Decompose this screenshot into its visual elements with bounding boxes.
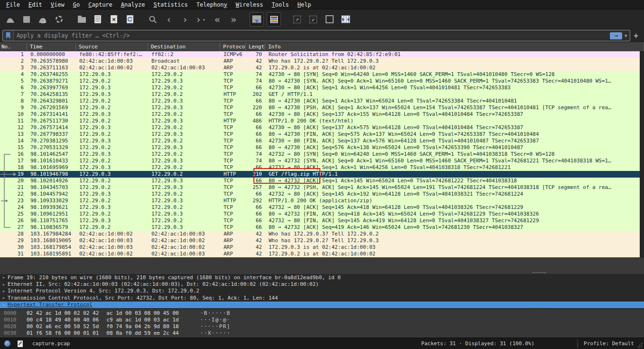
menu-edit[interactable]: Edit <box>24 1 47 8</box>
detail-row[interactable]: ▸Internet Protocol Version 4, Src: 172.2… <box>0 288 644 294</box>
packet-row[interactable]: 10.000000000fe80::42:85ff:fef2:…ff02::2I… <box>0 51 640 58</box>
col-info: 42732 → 80 [ACK] Seq=145 Ack=192 Win=641… <box>265 191 640 198</box>
packet-row[interactable]: 2298.104457942172.29.0.3172.29.0.2TCP664… <box>0 191 640 198</box>
resize-columns-icon[interactable] <box>339 13 352 26</box>
column-header-info[interactable]: Info <box>265 42 644 51</box>
go-back-icon[interactable]: ‹ <box>162 13 176 26</box>
capture-options-icon[interactable] <box>52 13 65 26</box>
start-capture-icon[interactable] <box>4 13 17 26</box>
hex-bytes-group2: f0 74 9a 04 2b 9d 80 18 <box>106 323 178 330</box>
col-length: 66 <box>246 131 265 138</box>
packet-row[interactable]: 570.263879271172.29.0.2172.29.0.3TCP7480… <box>0 78 640 85</box>
menu-tools[interactable]: Tools <box>268 1 293 8</box>
column-header-destination[interactable]: Destination <box>148 42 220 51</box>
menu-view[interactable]: View <box>47 1 69 8</box>
packet-row[interactable]: 2598.109612951172.29.0.2172.29.0.3TCP668… <box>0 211 640 217</box>
filter-dropdown-icon[interactable]: ▼ <box>625 34 627 38</box>
splitter-grip-icon[interactable] <box>532 307 546 308</box>
display-filter-input[interactable] <box>14 32 610 39</box>
packet-row[interactable]: 1170.267511730172.29.0.2172.29.0.3HTTP48… <box>0 118 640 124</box>
column-header-time[interactable]: Time <box>27 42 76 51</box>
expert-info-icon[interactable] <box>4 340 10 347</box>
expand-triangle-icon[interactable]: ▸ <box>0 275 8 280</box>
splitter-grip-icon[interactable] <box>532 272 546 273</box>
detail-row[interactable]: ▸Frame 19: 210 bytes on wire (1680 bits)… <box>0 274 644 281</box>
packet-row[interactable]: 29103.16801900502:42:ac:1d:00:0302:42:ac… <box>0 237 640 244</box>
packet-row[interactable]: 1370.267798337172.29.0.2172.29.0.3TCP668… <box>0 131 640 138</box>
normal-size-icon[interactable] <box>323 13 336 26</box>
packet-row[interactable]: 270.26357898002:42:ac:1d:00:03BroadcastA… <box>0 58 640 65</box>
profile-label[interactable]: Profile: Default <box>584 340 634 347</box>
first-packet-icon[interactable]: « <box>211 13 224 26</box>
packet-row[interactable]: 1270.267571414172.29.0.3172.29.0.2TCP664… <box>0 124 640 131</box>
packet-row[interactable]: 1698.101462547172.29.0.3172.29.0.2TCP744… <box>0 151 640 158</box>
hex-row[interactable]: 000002 42 ac 1d 00 02 02 42ac 1d 00 03 0… <box>0 310 644 317</box>
packet-row[interactable]: 1798.101610433172.29.0.2172.29.0.3TCP748… <box>0 158 640 164</box>
close-file-icon[interactable]: × <box>107 13 121 26</box>
hex-row[interactable]: 002000 02 a6 ec 00 50 52 5df0 74 9a 04 2… <box>0 323 644 330</box>
go-forward-icon[interactable]: › <box>178 13 192 26</box>
reload-file-icon[interactable] <box>123 13 137 26</box>
menu-help[interactable]: Help <box>293 1 316 8</box>
auto-scroll-icon[interactable] <box>250 12 264 27</box>
expand-triangle-icon[interactable]: ▸ <box>0 295 8 300</box>
packet-row[interactable]: 1470.270381295172.29.0.3172.29.0.2TCP664… <box>0 138 640 144</box>
save-file-icon[interactable] <box>91 13 104 26</box>
packet-row[interactable]: 31103.16819589102:42:ac:1d:00:0202:42:ac… <box>0 251 640 257</box>
packet-row[interactable]: 970.267201569172.29.0.2172.29.0.3TCP2208… <box>0 104 640 111</box>
column-header-length[interactable]: Length <box>246 42 265 51</box>
packet-row[interactable]: 1070.267314141172.29.0.3172.29.0.2TCP664… <box>0 111 640 118</box>
expand-triangle-icon[interactable]: ▸ <box>0 302 8 307</box>
col-time: 98.101695969 <box>27 164 76 171</box>
packet-row[interactable]: 370.26371116302:42:ac:1d:00:0202:42:ac:1… <box>0 65 640 71</box>
packet-row[interactable]: 670.263997769172.29.0.3172.29.0.2TCP6642… <box>0 85 640 91</box>
zoom-in-icon[interactable]: ↗ <box>290 13 304 26</box>
packet-row[interactable]: 2798.110836579172.29.0.2172.29.0.3TCP668… <box>0 224 640 231</box>
col-info: 80 → 42732 [FIN, ACK] Seq=418 Ack=145 Wi… <box>265 211 640 217</box>
packet-row[interactable]: 870.264329801172.29.0.2172.29.0.3TCP6680… <box>0 98 640 104</box>
packet-row[interactable]: 2398.109333029172.29.0.2172.29.0.3HTTP29… <box>0 198 640 204</box>
colorize-icon[interactable] <box>267 12 281 27</box>
detail-row[interactable]: ▸Transmission Control Protocol, Src Port… <box>0 294 644 301</box>
resize-grip-icon[interactable] <box>637 342 643 348</box>
packet-row[interactable]: 28103.16798428402:42:ac:1d:00:0202:42:ac… <box>0 231 640 237</box>
packet-row[interactable]: 2698.110751765172.29.0.3172.29.0.2TCP664… <box>0 217 640 224</box>
column-header-source[interactable]: Source <box>76 42 148 51</box>
menu-statistics[interactable]: Statistics <box>149 1 192 8</box>
menu-go[interactable]: Go <box>69 1 84 8</box>
add-filter-button[interactable]: + <box>630 31 642 40</box>
find-packet-icon[interactable] <box>146 13 159 26</box>
packet-row[interactable]: 1570.270531329172.29.0.2172.29.0.3TCP668… <box>0 144 640 151</box>
hex-row[interactable]: 001000 c4 18 49 40 00 40 06c9 ab ac 1d 0… <box>0 317 644 323</box>
column-header-protocol[interactable]: Protocol <box>220 42 246 51</box>
menu-telephony[interactable]: Telephony <box>192 1 232 8</box>
stop-capture-icon[interactable] <box>20 13 33 26</box>
menu-capture[interactable]: Capture <box>84 1 117 8</box>
column-header-no[interactable]: No. <box>0 42 27 51</box>
packet-row[interactable]: 2498.109393621172.29.0.3172.29.0.2TCP664… <box>0 204 640 211</box>
col-time: 98.110836579 <box>27 224 76 231</box>
apply-filter-icon[interactable]: → <box>610 32 622 39</box>
col-info: 80 → 42732 [ACK] Seq=1 Ack=145 Win=65024… <box>265 178 640 184</box>
detail-row[interactable]: ▸Ethernet II, Src: 02:42:ac:1d:00:03 (02… <box>0 281 644 287</box>
expand-triangle-icon[interactable]: ▸ <box>0 289 8 293</box>
packet-row[interactable]: 2198.104345703172.29.0.2172.29.0.3TCP257… <box>0 184 640 191</box>
col-no: 25 <box>0 211 27 217</box>
menu-wireless[interactable]: Wireless <box>232 1 268 8</box>
pane-splitter[interactable] <box>0 257 644 274</box>
hex-row[interactable]: 003001 f6 58 f6 00 00 01 0108 0a f0 dd 5… <box>0 330 644 337</box>
packet-row[interactable]: 470.263746255172.29.0.3172.29.0.2TCP7442… <box>0 71 640 78</box>
expand-triangle-icon[interactable]: ▸ <box>0 282 8 287</box>
menu-analyze[interactable]: Analyze <box>117 1 149 8</box>
packet-row[interactable]: 30103.16817985402:42:ac:1d:00:0302:42:ac… <box>0 244 640 251</box>
packet-row[interactable]: 770.264258135172.29.0.3172.29.0.2HTTP202… <box>0 91 640 98</box>
zoom-out-icon[interactable]: ↙ <box>307 13 320 26</box>
open-file-icon[interactable] <box>75 13 88 26</box>
menu-file[interactable]: File <box>2 1 24 8</box>
restart-capture-icon[interactable] <box>36 13 49 26</box>
go-to-packet-icon[interactable]: ›· <box>195 13 208 26</box>
detail-row-selected[interactable]: ▸Hypertext Transfer Protocol <box>0 302 644 308</box>
last-packet-icon[interactable]: » <box>227 13 240 26</box>
filter-bookmark-icon[interactable] <box>3 30 14 41</box>
capture-comment-icon[interactable] <box>18 340 23 347</box>
